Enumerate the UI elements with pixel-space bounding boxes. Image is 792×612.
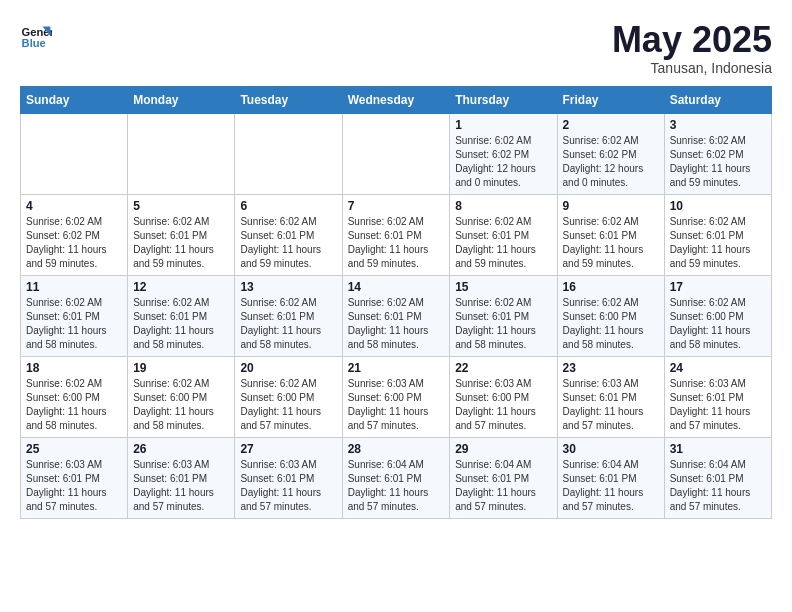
day-cell-26: 26Sunrise: 6:03 AMSunset: 6:01 PMDayligh…	[128, 437, 235, 518]
day-number: 13	[240, 280, 336, 294]
day-cell-19: 19Sunrise: 6:02 AMSunset: 6:00 PMDayligh…	[128, 356, 235, 437]
day-info: Sunrise: 6:02 AMSunset: 6:01 PMDaylight:…	[670, 215, 766, 271]
day-number: 29	[455, 442, 551, 456]
svg-text:Blue: Blue	[22, 37, 46, 49]
day-info: Sunrise: 6:02 AMSunset: 6:02 PMDaylight:…	[455, 134, 551, 190]
day-cell-2: 2Sunrise: 6:02 AMSunset: 6:02 PMDaylight…	[557, 113, 664, 194]
day-info: Sunrise: 6:02 AMSunset: 6:02 PMDaylight:…	[26, 215, 122, 271]
day-number: 4	[26, 199, 122, 213]
day-info: Sunrise: 6:02 AMSunset: 6:00 PMDaylight:…	[26, 377, 122, 433]
location-subtitle: Tanusan, Indonesia	[612, 60, 772, 76]
day-cell-16: 16Sunrise: 6:02 AMSunset: 6:00 PMDayligh…	[557, 275, 664, 356]
day-number: 5	[133, 199, 229, 213]
day-cell-11: 11Sunrise: 6:02 AMSunset: 6:01 PMDayligh…	[21, 275, 128, 356]
week-row-4: 18Sunrise: 6:02 AMSunset: 6:00 PMDayligh…	[21, 356, 772, 437]
calendar-table: SundayMondayTuesdayWednesdayThursdayFrid…	[20, 86, 772, 519]
week-row-3: 11Sunrise: 6:02 AMSunset: 6:01 PMDayligh…	[21, 275, 772, 356]
day-number: 28	[348, 442, 445, 456]
day-info: Sunrise: 6:04 AMSunset: 6:01 PMDaylight:…	[348, 458, 445, 514]
empty-cell	[21, 113, 128, 194]
empty-cell	[342, 113, 450, 194]
day-cell-1: 1Sunrise: 6:02 AMSunset: 6:02 PMDaylight…	[450, 113, 557, 194]
day-info: Sunrise: 6:04 AMSunset: 6:01 PMDaylight:…	[563, 458, 659, 514]
week-row-5: 25Sunrise: 6:03 AMSunset: 6:01 PMDayligh…	[21, 437, 772, 518]
empty-cell	[235, 113, 342, 194]
empty-cell	[128, 113, 235, 194]
day-number: 3	[670, 118, 766, 132]
day-cell-21: 21Sunrise: 6:03 AMSunset: 6:00 PMDayligh…	[342, 356, 450, 437]
day-info: Sunrise: 6:02 AMSunset: 6:01 PMDaylight:…	[348, 296, 445, 352]
day-cell-31: 31Sunrise: 6:04 AMSunset: 6:01 PMDayligh…	[664, 437, 771, 518]
day-number: 12	[133, 280, 229, 294]
day-number: 17	[670, 280, 766, 294]
day-info: Sunrise: 6:02 AMSunset: 6:01 PMDaylight:…	[455, 215, 551, 271]
day-number: 16	[563, 280, 659, 294]
day-cell-24: 24Sunrise: 6:03 AMSunset: 6:01 PMDayligh…	[664, 356, 771, 437]
day-cell-28: 28Sunrise: 6:04 AMSunset: 6:01 PMDayligh…	[342, 437, 450, 518]
day-number: 1	[455, 118, 551, 132]
day-info: Sunrise: 6:04 AMSunset: 6:01 PMDaylight:…	[455, 458, 551, 514]
day-info: Sunrise: 6:03 AMSunset: 6:01 PMDaylight:…	[26, 458, 122, 514]
day-info: Sunrise: 6:03 AMSunset: 6:01 PMDaylight:…	[670, 377, 766, 433]
day-number: 31	[670, 442, 766, 456]
day-number: 27	[240, 442, 336, 456]
day-number: 18	[26, 361, 122, 375]
day-number: 10	[670, 199, 766, 213]
day-cell-13: 13Sunrise: 6:02 AMSunset: 6:01 PMDayligh…	[235, 275, 342, 356]
week-row-1: 1Sunrise: 6:02 AMSunset: 6:02 PMDaylight…	[21, 113, 772, 194]
day-number: 6	[240, 199, 336, 213]
day-info: Sunrise: 6:02 AMSunset: 6:00 PMDaylight:…	[240, 377, 336, 433]
day-cell-4: 4Sunrise: 6:02 AMSunset: 6:02 PMDaylight…	[21, 194, 128, 275]
day-cell-25: 25Sunrise: 6:03 AMSunset: 6:01 PMDayligh…	[21, 437, 128, 518]
day-number: 15	[455, 280, 551, 294]
day-info: Sunrise: 6:03 AMSunset: 6:01 PMDaylight:…	[563, 377, 659, 433]
day-info: Sunrise: 6:02 AMSunset: 6:00 PMDaylight:…	[563, 296, 659, 352]
day-info: Sunrise: 6:02 AMSunset: 6:01 PMDaylight:…	[133, 215, 229, 271]
logo-icon: General Blue	[20, 20, 52, 52]
day-number: 24	[670, 361, 766, 375]
day-cell-27: 27Sunrise: 6:03 AMSunset: 6:01 PMDayligh…	[235, 437, 342, 518]
day-cell-9: 9Sunrise: 6:02 AMSunset: 6:01 PMDaylight…	[557, 194, 664, 275]
day-cell-30: 30Sunrise: 6:04 AMSunset: 6:01 PMDayligh…	[557, 437, 664, 518]
day-cell-6: 6Sunrise: 6:02 AMSunset: 6:01 PMDaylight…	[235, 194, 342, 275]
title-block: May 2025 Tanusan, Indonesia	[612, 20, 772, 76]
day-info: Sunrise: 6:04 AMSunset: 6:01 PMDaylight:…	[670, 458, 766, 514]
day-number: 14	[348, 280, 445, 294]
day-info: Sunrise: 6:02 AMSunset: 6:00 PMDaylight:…	[670, 296, 766, 352]
day-cell-3: 3Sunrise: 6:02 AMSunset: 6:02 PMDaylight…	[664, 113, 771, 194]
day-cell-15: 15Sunrise: 6:02 AMSunset: 6:01 PMDayligh…	[450, 275, 557, 356]
weekday-header-saturday: Saturday	[664, 86, 771, 113]
week-row-2: 4Sunrise: 6:02 AMSunset: 6:02 PMDaylight…	[21, 194, 772, 275]
weekday-header-wednesday: Wednesday	[342, 86, 450, 113]
day-cell-5: 5Sunrise: 6:02 AMSunset: 6:01 PMDaylight…	[128, 194, 235, 275]
day-info: Sunrise: 6:02 AMSunset: 6:00 PMDaylight:…	[133, 377, 229, 433]
day-cell-12: 12Sunrise: 6:02 AMSunset: 6:01 PMDayligh…	[128, 275, 235, 356]
day-number: 8	[455, 199, 551, 213]
month-title: May 2025	[612, 20, 772, 60]
day-cell-18: 18Sunrise: 6:02 AMSunset: 6:00 PMDayligh…	[21, 356, 128, 437]
day-info: Sunrise: 6:03 AMSunset: 6:01 PMDaylight:…	[240, 458, 336, 514]
day-cell-17: 17Sunrise: 6:02 AMSunset: 6:00 PMDayligh…	[664, 275, 771, 356]
weekday-header-sunday: Sunday	[21, 86, 128, 113]
day-info: Sunrise: 6:02 AMSunset: 6:01 PMDaylight:…	[455, 296, 551, 352]
day-info: Sunrise: 6:02 AMSunset: 6:01 PMDaylight:…	[240, 296, 336, 352]
day-number: 25	[26, 442, 122, 456]
day-cell-14: 14Sunrise: 6:02 AMSunset: 6:01 PMDayligh…	[342, 275, 450, 356]
day-number: 7	[348, 199, 445, 213]
day-info: Sunrise: 6:02 AMSunset: 6:01 PMDaylight:…	[563, 215, 659, 271]
day-info: Sunrise: 6:02 AMSunset: 6:02 PMDaylight:…	[670, 134, 766, 190]
weekday-header-friday: Friday	[557, 86, 664, 113]
day-info: Sunrise: 6:03 AMSunset: 6:00 PMDaylight:…	[455, 377, 551, 433]
logo: General Blue	[20, 20, 52, 52]
day-cell-20: 20Sunrise: 6:02 AMSunset: 6:00 PMDayligh…	[235, 356, 342, 437]
day-cell-10: 10Sunrise: 6:02 AMSunset: 6:01 PMDayligh…	[664, 194, 771, 275]
day-cell-7: 7Sunrise: 6:02 AMSunset: 6:01 PMDaylight…	[342, 194, 450, 275]
day-number: 26	[133, 442, 229, 456]
weekday-header-row: SundayMondayTuesdayWednesdayThursdayFrid…	[21, 86, 772, 113]
day-number: 9	[563, 199, 659, 213]
day-info: Sunrise: 6:02 AMSunset: 6:01 PMDaylight:…	[240, 215, 336, 271]
day-cell-23: 23Sunrise: 6:03 AMSunset: 6:01 PMDayligh…	[557, 356, 664, 437]
day-cell-8: 8Sunrise: 6:02 AMSunset: 6:01 PMDaylight…	[450, 194, 557, 275]
day-number: 2	[563, 118, 659, 132]
weekday-header-thursday: Thursday	[450, 86, 557, 113]
